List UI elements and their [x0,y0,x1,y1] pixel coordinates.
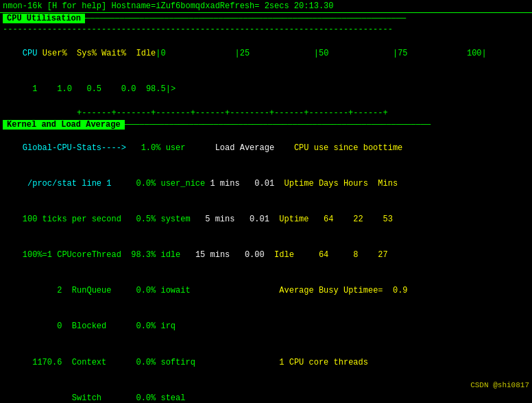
cpu-data-row: 1 1.0 0.5 0.0 98.5|> [0,72,532,108]
k2-c3: 5 mins 0.01 [200,215,274,224]
cpu-divider-bottom: +------+-------+-------+------+--------+… [0,108,532,119]
kernel-dash-right: ────────────────────────────────────────… [125,120,529,130]
k6-c3 [200,358,274,367]
cpu-section-label: CPU Utilisation [3,14,85,23]
k3-c4: Idle 64 8 27 [269,250,388,260]
kernel-row-3: 100%=1 CPUcoreThread 98.3% idle 15 mins … [0,238,532,273]
cpu-col-bar: |0 |25 |50 |75 100| [156,49,486,58]
k7-c2: 0.0% steal [126,393,200,403]
cpu-idle-val: 98.5 [141,84,166,94]
cpu-header-row: CPU User% Sys% Wait% Idle|0 |25 |50 |75 … [0,36,532,71]
cpu-col-user: User% [43,49,72,58]
k1-c1: /proc/stat line 1 [23,179,121,188]
cpu-sys-val: 0.5 [77,84,106,94]
cpu-divider-top: ----------------------------------------… [0,24,532,36]
k2-c1: 100 ticks per second [23,215,121,224]
k4-c3 [200,286,274,295]
k4-c1: 2 RunQueue [23,286,126,295]
k3-c1: 100%=1 CPUcoreThread [23,250,121,260]
cpu-row1: 1 [23,84,43,94]
k6-c4: 1 CPU core threads [274,358,368,367]
kernel-row-7: Switch 0.0% steal [0,380,532,403]
k7-c1: Switch [23,393,126,403]
k4-c2: 0.0% iowait [126,286,200,295]
kernel-row-4: 2 RunQueue 0.0% iowait Average Busy Upti… [0,273,532,309]
kernel-row-2: 100 ticks per second 0.5% system 5 mins … [0,202,532,237]
k3-c3: 15 mins 0.00 [195,250,269,260]
watermark: CSDN @shi0817 [470,381,529,389]
k4-c4: Average Busy Uptimee= 0.9 [274,286,407,295]
kernel-section-header: Kernel and Load Average ────────────────… [0,119,532,130]
terminal-screen: nmon-16k [H for help] Hostname=iZuf6bomq… [0,0,532,403]
k5-c2: 0.0% irq [126,321,200,331]
kernel-row-5: 0 Blocked 0.0% irq [0,309,532,345]
kernel-section-label: Kernel and Load Average [3,120,125,130]
k0-c2: 1.0% user [126,143,205,153]
top-bar: nmon-16k [H for help] Hostname=iZuf6bomq… [0,0,532,13]
k1-c3: 1 mins 0.01 [205,179,279,188]
k6-c1: 1170.6 Context [23,358,126,367]
cpu-wait-val: 0.0 [106,84,141,94]
kernel-row-6: 1170.6 Context 0.0% softirq 1 CPU core t… [0,345,532,380]
cpu-section-header: CPU Utilisation ────────────────────────… [0,13,532,24]
k1-c2: 0.0% user_nice [121,179,205,188]
k1-c4: Uptime Days Hours Mins [279,179,398,188]
cpu-bar-val: |> [166,84,176,94]
cpu-col-sys: Sys% [72,49,101,58]
k6-c2: 0.0% softirq [126,358,200,367]
k3-c2: 98.3% idle [121,250,195,260]
k0-c4: CPU use since boottime [284,143,402,153]
cpu-col-cpu: CPU [23,49,43,58]
k2-c4: Uptime 64 22 53 [274,215,393,224]
app-name: nmon-16k [H for help] Hostname=iZuf6bomq… [3,1,333,11]
cpu-dash-right: ────────────────────────────────────────… [85,14,529,23]
cpu-user-val: 1.0 [43,84,77,94]
cpu-col-idle: Idle [131,49,156,58]
k0-c3: Load Average [205,143,284,153]
cpu-col-wait: Wait% [101,49,131,58]
k2-c2: 0.5% system [121,215,200,224]
k0-c1: Global-CPU-Stats----> [23,143,126,153]
kernel-row-0: Global-CPU-Stats----> 1.0% user Load Ave… [0,130,532,166]
k5-c1: 0 Blocked [23,321,126,331]
kernel-row-1: /proc/stat line 1 0.0% user_nice 1 mins … [0,166,532,202]
